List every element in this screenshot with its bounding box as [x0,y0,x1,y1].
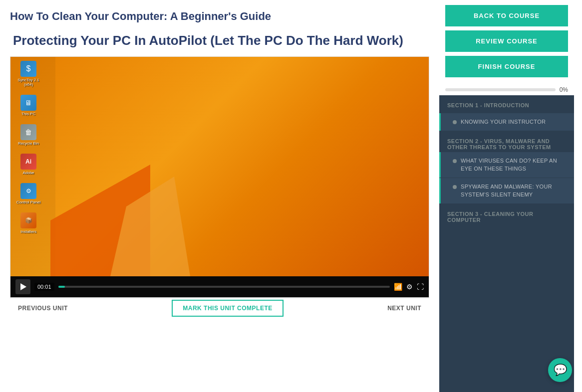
desktop-icons: $ SyncToy 2.1 (x64) 🖥 This PC [10,57,55,276]
section-3-title: SECTION 3 - CLEANING YOUR COMPUTER [447,211,566,223]
icon-label-recycle: Recycle Bin [18,141,39,146]
video-player[interactable]: $ SyncToy 2.1 (x64) 🖥 This PC [10,56,429,298]
lesson-knowing-instructor[interactable]: KNOWING YOUR INSTRUCTOR [439,113,574,131]
video-progress-fill [58,286,65,288]
desktop-icon-synctoy: $ SyncToy 2.1 (x64) [13,61,43,87]
desktop-icon-installers: 📦 Installers [13,212,43,234]
settings-icon[interactable]: ⚙ [406,283,413,291]
sidebar-buttons: BACK TO COURSE REVIEW COURSE FINISH COUR… [439,0,574,82]
desktop-icon-controlpanel: ⚙ Control Panel [13,183,43,204]
section-3-header: SECTION 3 - CLEANING YOUR COMPUTER [439,204,574,225]
lesson-dot-2 [453,159,457,163]
volume-icon[interactable]: 📶 [394,283,402,291]
finish-course-button[interactable]: FINISH COURSE [445,56,568,77]
icon-label-thispc: This PC [21,112,35,116]
video-thumbnail: $ SyncToy 2.1 (x64) 🖥 This PC [10,57,429,276]
section-2-header: SECTION 2 - VIRUS, MALWARE AND OTHER THR… [439,131,574,152]
progress-text: 0% [560,86,568,93]
icon-label-synctoy: SyncToy 2.1 (x64) [13,78,43,87]
lesson-what-viruses[interactable]: WHAT VIRUSES CAN DO? KEEP AN EYE ON THES… [439,152,574,178]
review-course-button[interactable]: REVIEW COURSE [445,30,568,52]
course-sections: SECTION 1 - INTRODUCTION KNOWING YOUR IN… [439,95,574,392]
section-2-title: SECTION 2 - VIRUS, MALWARE AND OTHER THR… [447,138,566,150]
mark-complete-button[interactable]: MARK THIS UNIT COMPLETE [172,300,284,317]
lesson-spyware[interactable]: SPYWARE AND MALWARE: YOUR SYSTEM'S SILEN… [439,178,574,203]
course-title: How To Clean Your Computer: A Beginner's… [10,10,429,23]
icon-label-controlpanel: Control Panel [16,200,40,204]
back-to-course-button[interactable]: BACK TO COURSE [445,5,568,26]
previous-unit-button[interactable]: PREVIOUS UNIT [10,301,76,316]
lesson-dot-3 [453,185,457,189]
lesson-title-spyware: SPYWARE AND MALWARE: YOUR SYSTEM'S SILEN… [461,183,566,198]
desktop-icon-adobe: Ai Adobe [13,154,43,175]
video-progress-bar[interactable] [58,286,390,288]
chat-icon: 💬 [554,364,567,377]
section-1-header: SECTION 1 - INTRODUCTION [439,95,574,113]
main-content: How To Clean Your Computer: A Beginner's… [0,0,439,392]
icon-label-installers: Installers [20,229,36,234]
play-icon [20,283,26,290]
lesson-title-knowing-instructor: KNOWING YOUR INSTRUCTOR [461,118,546,126]
fullscreen-icon[interactable]: ⛶ [417,283,424,291]
desktop-icon-thispc: 🖥 This PC [13,95,43,116]
video-controls: 00:01 📶 ⚙ ⛶ [10,276,429,297]
section-1-title: SECTION 1 - INTRODUCTION [447,102,566,108]
unit-title: Protecting Your PC In AutoPilot (Let The… [10,33,429,48]
desktop-icon-recycle: 🗑 Recycle Bin [13,124,43,146]
play-button[interactable] [15,279,30,294]
progress-section: 0% [439,82,574,95]
icon-label-adobe: Adobe [22,171,34,175]
lesson-title-what-viruses: WHAT VIRUSES CAN DO? KEEP AN EYE ON THES… [461,157,566,173]
unit-nav: PREVIOUS UNIT MARK THIS UNIT COMPLETE NE… [10,298,429,318]
lesson-dot [453,120,457,124]
time-display: 00:01 [34,283,54,291]
next-unit-button[interactable]: NEXT UNIT [379,301,429,316]
progress-track [445,88,556,91]
chat-bubble[interactable]: 💬 [548,358,572,382]
sidebar: BACK TO COURSE REVIEW COURSE FINISH COUR… [439,0,574,392]
